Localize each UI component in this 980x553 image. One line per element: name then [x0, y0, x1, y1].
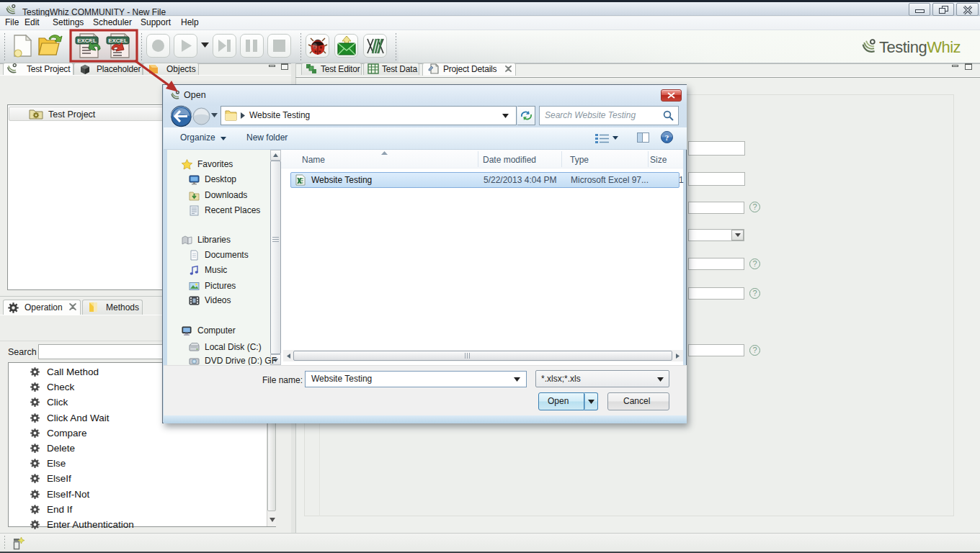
svg-text:?: ? — [665, 133, 669, 142]
